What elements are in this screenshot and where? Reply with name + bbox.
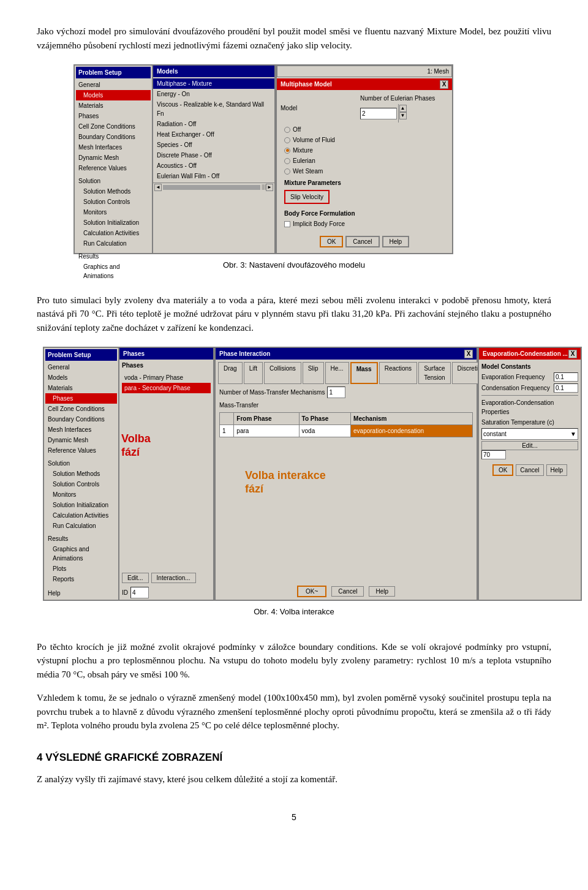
euler-phases-input[interactable]: 2	[360, 108, 397, 119]
sidebar-solution-methods[interactable]: Solution Methods	[76, 186, 151, 197]
models-title-label: Models	[157, 67, 178, 76]
implicit-body-force-checkbox[interactable]	[284, 221, 290, 227]
sidebar-materials[interactable]: Materials	[76, 100, 151, 111]
radio-mixture-dot[interactable]	[284, 148, 290, 154]
pi-close-btn[interactable]: X	[464, 350, 473, 358]
evap-sat-temp-select[interactable]: constant ▼	[481, 428, 578, 440]
evap-evap-input[interactable]	[554, 372, 578, 382]
pi-dialog-buttons: OK~ Cancel Help	[216, 583, 477, 600]
models-heat-exchanger[interactable]: Heat Exchanger - Off	[153, 129, 274, 140]
models-species[interactable]: Species - Off	[153, 140, 274, 150]
sidebar-dynamic-mesh[interactable]: Dynamic Mesh	[76, 153, 151, 163]
radio-vof-dot[interactable]	[284, 137, 290, 143]
pi-tab-reactions[interactable]: Reactions	[379, 362, 417, 384]
sidebar2-init[interactable]: Solution Initialization	[45, 500, 117, 510]
sidebar2-graphics[interactable]: Graphics and Animations	[45, 544, 117, 564]
sidebar-general[interactable]: General	[76, 80, 151, 90]
sidebar2-materials[interactable]: Materials	[45, 383, 117, 393]
pi-help-btn[interactable]: Help	[369, 586, 395, 597]
sidebar2-help[interactable]: Help	[45, 588, 117, 598]
phases-edit-btn[interactable]: Edit...	[122, 573, 149, 583]
sidebar2-dynamic-mesh[interactable]: Dynamic Mesh	[45, 435, 117, 445]
evap-cancel-btn[interactable]: Cancel	[516, 464, 543, 476]
models-scrollbar[interactable]: ◄ ||| ►	[153, 183, 274, 191]
ok-button-fig1[interactable]: OK	[320, 236, 343, 247]
sidebar-monitors[interactable]: Monitors	[76, 207, 151, 217]
sidebar-graphics[interactable]: Graphics and Animations	[76, 262, 151, 281]
evap-evap-row: Evaporation Frequency	[481, 372, 578, 382]
sidebar2-boundary[interactable]: Boundary Conditions	[45, 414, 117, 424]
scroll-left-btn[interactable]: ◄	[154, 184, 162, 191]
sidebar-boundary[interactable]: Boundary Conditions	[76, 132, 151, 142]
radio-wet-steam-dot[interactable]	[284, 168, 290, 175]
sidebar2-models[interactable]: Models	[45, 372, 117, 383]
scroll-right-btn[interactable]: ►	[266, 184, 273, 191]
sidebar-phases[interactable]: Phases	[76, 111, 151, 121]
sidebar2-solution-controls[interactable]: Solution Controls	[45, 479, 117, 489]
evap-sat-temp-select-arrow: ▼	[570, 429, 576, 439]
sidebar2-run-calc[interactable]: Run Calculation	[45, 521, 117, 531]
models-energy[interactable]: Energy - On	[153, 89, 274, 99]
cancel-button-fig1[interactable]: Cancel	[345, 236, 379, 247]
phases-item-para[interactable]: para - Secondary Phase	[122, 383, 211, 393]
sidebar-cell-zone[interactable]: Cell Zone Conditions	[76, 121, 151, 132]
pi-tab-surface-tension[interactable]: Surface Tension	[418, 362, 450, 384]
sidebar-run-calc[interactable]: Run Calculation	[76, 238, 151, 249]
models-eulerian-wall[interactable]: Eulerian Wall Film - Off	[153, 171, 274, 181]
sidebar2-phases-selected[interactable]: Phases	[45, 393, 117, 404]
models-acoustics[interactable]: Acoustics - Off	[153, 160, 274, 171]
pi-mechanisms-input[interactable]: 1	[327, 387, 345, 398]
phases-interaction-btn[interactable]: Interaction...	[151, 573, 196, 583]
phases-item-voda[interactable]: voda - Primary Phase	[122, 372, 211, 383]
pi-tab-lift[interactable]: Lift	[244, 362, 263, 384]
evap-help-btn[interactable]: Help	[546, 464, 568, 476]
sidebar2-plots[interactable]: Plots	[45, 564, 117, 574]
sidebar2-calc-activities[interactable]: Calculation Activities	[45, 510, 117, 521]
sidebar2-general[interactable]: General	[45, 362, 117, 372]
sidebar2-cell-zone[interactable]: Cell Zone Conditions	[45, 404, 117, 414]
radio-off-dot[interactable]	[284, 127, 290, 133]
scroll-up-btn[interactable]: ▲	[399, 105, 407, 112]
models-viscous[interactable]: Viscous - Realizable k-e, Standard Wall …	[153, 99, 274, 119]
radio-off-label: Off	[293, 125, 301, 134]
evap-close-btn[interactable]: X	[568, 350, 577, 358]
radio-eulerian-dot[interactable]	[284, 158, 290, 164]
sidebar2-solution-methods[interactable]: Solution Methods	[45, 469, 117, 479]
evap-edit-btn[interactable]: Edit...	[481, 441, 578, 450]
models-radiation[interactable]: Radiation - Off	[153, 119, 274, 129]
sidebar2-reports[interactable]: Reports	[45, 574, 117, 584]
pi-cell-mechanism[interactable]: evaporation-condensation	[351, 425, 473, 437]
dialog-close-btn[interactable]: X	[440, 80, 448, 89]
evap-ok-btn[interactable]: OK	[492, 464, 513, 476]
sidebar2-monitors[interactable]: Monitors	[45, 489, 117, 500]
evap-cond-input[interactable]	[554, 383, 578, 393]
scroll-down-btn[interactable]: ▼	[399, 112, 407, 119]
evap-prop-section-label: Evaporation-Condensation Properties	[481, 398, 578, 417]
pi-tab-drag[interactable]: Drag	[218, 362, 243, 384]
evap-sat-value-input[interactable]	[481, 450, 506, 459]
sidebar-models-selected[interactable]: Models	[76, 90, 151, 100]
sidebar-reference-values[interactable]: Reference Values	[76, 163, 151, 173]
slip-velocity-btn[interactable]: Slip Velocity	[284, 190, 330, 204]
sidebar-calc-activities[interactable]: Calculation Activities	[76, 228, 151, 238]
phases-buttons: Edit... Interaction...	[119, 570, 213, 586]
pi-tab-mass[interactable]: Mass	[350, 362, 378, 384]
paragraph2: Po těchto krocích je již možné zvolit ok…	[37, 640, 551, 682]
pi-tab-collisions[interactable]: Collisions	[264, 362, 301, 384]
pi-ok-btn[interactable]: OK~	[297, 586, 326, 597]
sidebar-mesh-interfaces[interactable]: Mesh Interfaces	[76, 142, 151, 153]
pi-tab-he[interactable]: He...	[325, 362, 349, 384]
sidebar-solution-controls[interactable]: Solution Controls	[76, 197, 151, 207]
sidebar-init[interactable]: Solution Initialization	[76, 217, 151, 228]
pi-cell-to[interactable]: voda	[299, 425, 351, 437]
sidebar2-reference-values[interactable]: Reference Values	[45, 445, 117, 456]
pi-cancel-btn[interactable]: Cancel	[331, 586, 364, 597]
models-multiphase[interactable]: Multiphase - Mixture	[153, 78, 274, 89]
pi-cell-from[interactable]: para	[234, 425, 299, 437]
dialog-buttons-multiphase: OK Cancel Help	[281, 233, 448, 250]
help-button-fig1[interactable]: Help	[382, 236, 410, 247]
euler-phases-scrollbar[interactable]: ▲ ▼	[398, 104, 407, 123]
models-discrete-phase[interactable]: Discrete Phase - Off	[153, 150, 274, 160]
sidebar2-mesh-interfaces[interactable]: Mesh Interfaces	[45, 424, 117, 435]
pi-tab-slip[interactable]: Slip	[303, 362, 324, 384]
